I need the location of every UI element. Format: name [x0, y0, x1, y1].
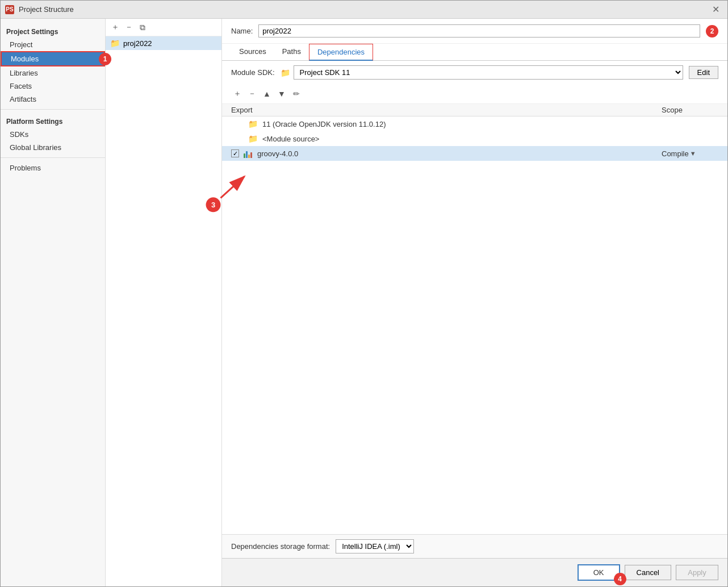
edit-dep-button[interactable]: ✏ [290, 88, 303, 100]
tab-paths[interactable]: Paths [274, 44, 309, 61]
sidebar-item-modules[interactable]: Modules [1, 51, 105, 66]
dep-item-module-source[interactable]: 📁 <Module source> [222, 131, 727, 146]
sidebar-divider [1, 109, 105, 110]
dep-item-groovy[interactable]: ✓ groovy-4.0.0 Compile ▼ [222, 146, 727, 161]
sidebar-item-libraries[interactable]: Libraries [1, 66, 105, 80]
app-icon: PS [5, 5, 14, 14]
footer-buttons: OK 4 Cancel Apply [222, 558, 727, 586]
sidebar-divider-2 [1, 157, 105, 158]
annotation-badge-4: 4 [614, 573, 626, 585]
groovy-checkbox[interactable]: ✓ [231, 149, 239, 157]
dep-header-scope: Scope [662, 106, 718, 114]
copy-module-button[interactable]: ⧉ [136, 21, 149, 34]
move-down-button[interactable]: ▼ [275, 88, 288, 100]
close-button[interactable]: ✕ [708, 2, 723, 17]
cancel-button[interactable]: Cancel [625, 565, 671, 580]
name-label: Name: [231, 27, 253, 35]
sidebar-item-global-libraries[interactable]: Global Libraries [1, 141, 105, 154]
sdk-folder-icon: 📁 [281, 68, 290, 77]
jdk-folder-icon: 📁 [248, 119, 258, 128]
name-input[interactable] [258, 24, 700, 38]
edit-sdk-button[interactable]: Edit [689, 66, 718, 79]
remove-dep-button[interactable]: － [246, 88, 258, 100]
storage-label: Dependencies storage format: [231, 542, 330, 551]
dep-header-export: Export [231, 106, 662, 114]
tabs-row: Sources Paths Dependencies [222, 44, 727, 61]
project-structure-window: PS Project Structure ✕ Project Settings … [0, 0, 728, 587]
tab-sources[interactable]: Sources [231, 44, 274, 61]
module-folder-icon: 📁 [110, 39, 120, 48]
module-list-item[interactable]: 📁 proj2022 [106, 36, 221, 50]
add-module-button[interactable]: ＋ [109, 21, 122, 34]
sdk-select[interactable]: Project SDK 11 [294, 65, 683, 80]
dep-item-jdk[interactable]: 📁 11 (Oracle OpenJDK version 11.0.12) [222, 116, 727, 131]
source-folder-icon: 📁 [248, 134, 258, 143]
window-title: Project Structure [19, 5, 708, 14]
remove-module-button[interactable]: － [123, 21, 135, 34]
apply-button[interactable]: Apply [676, 565, 718, 580]
bottom-bar: Dependencies storage format: IntelliJ ID… [222, 534, 727, 558]
sdk-row: Module SDK: 📁 Project SDK 11 Edit [222, 61, 727, 84]
dep-groovy-name: groovy-4.0.0 [257, 149, 657, 158]
dep-groovy-scope-text: Compile [662, 149, 689, 158]
dep-table-header: Export Scope [222, 104, 727, 116]
module-list-panel: ＋ － ⧉ 📁 proj2022 [106, 19, 222, 586]
dep-source-name: <Module source> [262, 135, 657, 143]
module-list: 📁 proj2022 [106, 36, 221, 586]
module-name: proj2022 [123, 39, 152, 48]
sidebar-item-sdks[interactable]: SDKs [1, 128, 105, 141]
annotation-badge-1: 1 [99, 53, 111, 65]
tab-dependencies[interactable]: Dependencies [309, 44, 373, 61]
project-settings-label: Project Settings [1, 23, 105, 38]
storage-select[interactable]: IntelliJ IDEA (.iml) [336, 539, 414, 553]
name-row: Name: 2 [222, 19, 727, 44]
scope-dropdown-button[interactable]: ▼ [690, 150, 696, 157]
dep-list: 📁 11 (Oracle OpenJDK version 11.0.12) 📁 … [222, 116, 727, 534]
main-content: Project Settings Project Modules 1 Libra… [1, 19, 727, 586]
sidebar: Project Settings Project Modules 1 Libra… [1, 19, 106, 586]
dep-toolbar: ＋ － ▲ ▼ ✏ [222, 84, 727, 104]
sdk-label: Module SDK: [231, 68, 275, 77]
content-panel: Name: 2 Sources Paths Dependencies Modul… [222, 19, 727, 586]
sdk-select-container: 📁 Project SDK 11 [281, 65, 683, 80]
annotation-badge-2: 2 [706, 25, 718, 38]
sidebar-item-facets[interactable]: Facets [1, 80, 105, 93]
platform-settings-label: Platform Settings [1, 113, 105, 128]
add-dep-button[interactable]: ＋ [231, 88, 244, 100]
move-up-button[interactable]: ▲ [261, 88, 273, 100]
dep-groovy-scope: Compile ▼ [662, 149, 718, 158]
sidebar-item-project[interactable]: Project [1, 38, 105, 51]
module-list-toolbar: ＋ － ⧉ [106, 19, 221, 36]
title-bar: PS Project Structure ✕ [1, 1, 727, 19]
sidebar-item-artifacts[interactable]: Artifacts [1, 93, 105, 106]
sidebar-item-problems[interactable]: Problems [1, 161, 105, 174]
groovy-icon [244, 149, 253, 158]
dep-jdk-name: 11 (Oracle OpenJDK version 11.0.12) [262, 120, 657, 128]
